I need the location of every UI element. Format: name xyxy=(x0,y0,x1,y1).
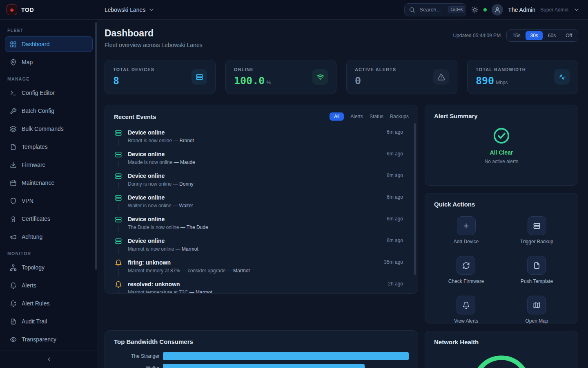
sidebar-item-topology[interactable]: Topology xyxy=(5,260,93,275)
sidebar-nav: FLEETDashboardMapMANAGEConfig EditorBatc… xyxy=(0,20,98,350)
sidebar-item-label: Map xyxy=(22,59,33,65)
event-detail-text: Brandt is now online xyxy=(128,138,172,144)
quick-action-label: View Alerts xyxy=(454,318,478,324)
download-icon xyxy=(10,162,17,168)
sidebar-item-label: Bulk Commands xyxy=(22,126,64,132)
refresh-option-30s[interactable]: 30s xyxy=(526,31,542,40)
event-icon-wrap xyxy=(115,238,122,252)
event-detail-text: Donny is now online xyxy=(128,181,172,187)
chevron-down-icon xyxy=(148,7,155,13)
quick-action-push-template[interactable]: Push Template xyxy=(521,256,553,284)
sidebar-item-config-editor[interactable]: Config Editor xyxy=(5,85,93,101)
quick-action-check-firmware[interactable]: Check Firmware xyxy=(448,256,484,284)
event-icon-wrap xyxy=(115,173,122,187)
event-row: firing: unknownMarmot memory at 87% — co… xyxy=(114,257,409,279)
nav-section-label: MANAGE xyxy=(7,76,90,81)
search-input[interactable] xyxy=(419,6,445,13)
sidebar-item-batch-config[interactable]: Batch Config xyxy=(5,103,93,119)
quick-action-view-alerts[interactable]: View Alerts xyxy=(454,296,478,324)
refresh-option-off[interactable]: Off xyxy=(561,31,577,40)
event-device: — Marmot xyxy=(188,289,212,294)
search-shortcut: Cmd+K xyxy=(448,6,465,13)
bell-button[interactable] xyxy=(457,296,475,314)
sidebar-item-bulk-commands[interactable]: Bulk Commands xyxy=(5,121,93,137)
event-filter-all[interactable]: All xyxy=(330,112,344,121)
sidebar-item-dashboard[interactable]: Dashboard xyxy=(5,36,93,52)
sidebar-item-label: Maintenance xyxy=(22,180,54,186)
bandwidth-panel: Top Bandwidth Consumers The StrangerWalt… xyxy=(105,330,418,368)
server-button[interactable] xyxy=(528,216,546,235)
sidebar-item-alerts[interactable]: Alerts xyxy=(5,278,93,293)
event-title: Device online xyxy=(128,238,381,244)
quick-action-label: Open Map xyxy=(525,318,548,324)
sidebar-item-alert-rules[interactable]: Alert Rules xyxy=(5,296,93,311)
quick-action-add-device[interactable]: Add Device xyxy=(454,216,479,245)
refresh-option-15s[interactable]: 15s xyxy=(508,31,525,40)
stat-card-text: ACTIVE ALERTS0 xyxy=(355,67,396,87)
sidebar-item-certificates[interactable]: Certificates xyxy=(5,211,93,227)
event-row: Device onlineDonny is now online — Donny… xyxy=(114,171,409,192)
search-icon xyxy=(409,7,415,13)
sidebar-item-transparency[interactable]: Transparency xyxy=(5,332,93,347)
sidebar-item-label: Achtung xyxy=(22,233,42,240)
sidebar-item-label: Audit Trail xyxy=(22,318,47,325)
sidebar-item-templates[interactable]: Templates xyxy=(5,139,93,155)
sidebar-item-firmware[interactable]: Firmware xyxy=(5,157,93,173)
quick-action-label: Check Firmware xyxy=(448,278,484,284)
server-icon xyxy=(533,222,541,230)
refresh-button[interactable] xyxy=(457,256,475,275)
alert-summary-title: Alert Summary xyxy=(434,112,478,119)
event-filter-alerts[interactable]: Alerts xyxy=(350,114,363,119)
stat-card: ONLINE100.0% xyxy=(225,60,336,94)
bell-plus-icon xyxy=(10,300,17,307)
sidebar-item-label: Batch Config xyxy=(22,108,54,114)
event-body: Device onlineWalter is now online — Walt… xyxy=(128,194,381,209)
sidebar-item-achtung[interactable]: Achtung xyxy=(5,229,93,245)
sidebar-item-label: Dashboard xyxy=(22,41,50,47)
stat-value-row: 8 xyxy=(113,75,154,87)
refresh-option-60s[interactable]: 60s xyxy=(543,31,560,40)
activity-icon xyxy=(558,73,566,81)
page-title: Dashboard xyxy=(105,28,203,39)
stat-value: 890 xyxy=(476,75,494,87)
event-detail: Donny is now online — Donny xyxy=(128,181,381,187)
event-time: 6m ago xyxy=(387,194,403,209)
event-body: firing: unknownMarmot memory at 87% — co… xyxy=(128,259,378,274)
event-device: — Maude xyxy=(172,159,195,165)
refresh-interval-group: 15s30s60sOff xyxy=(506,29,578,42)
wifi-icon xyxy=(316,73,324,81)
stat-label: ONLINE xyxy=(234,67,271,72)
map-button[interactable] xyxy=(527,296,546,314)
event-filter-status[interactable]: Status xyxy=(370,114,383,119)
network-health-panel: Network Health 100 xyxy=(425,331,578,368)
quick-action-trigger-backup[interactable]: Trigger Backup xyxy=(520,216,553,245)
sidebar-item-map[interactable]: Map xyxy=(5,54,93,70)
event-title: Device online xyxy=(128,216,381,222)
file-button[interactable] xyxy=(527,256,546,275)
org-switcher[interactable]: Lebowski Lanes xyxy=(105,7,155,13)
quick-action-open-map[interactable]: Open Map xyxy=(525,296,548,324)
sidebar-item-audit-trail[interactable]: Audit Trail xyxy=(5,314,93,329)
sidebar-item-label: Templates xyxy=(22,144,48,150)
sidebar-item-maintenance[interactable]: Maintenance xyxy=(5,175,93,191)
event-device: — Brandt xyxy=(172,138,194,144)
event-filter-backups[interactable]: Backups xyxy=(390,114,409,119)
topbar-right: Cmd+K The Admin Super Admin xyxy=(404,3,588,16)
sidebar-scrollbar[interactable] xyxy=(95,22,97,270)
plus-button[interactable] xyxy=(457,216,476,235)
sidebar-item-vpn[interactable]: VPN xyxy=(5,193,93,209)
bandwidth-bar xyxy=(163,352,409,360)
user-menu-chevron-icon[interactable] xyxy=(573,7,580,13)
theme-toggle-sun-icon[interactable] xyxy=(471,6,479,13)
event-time: 6m ago xyxy=(387,216,403,230)
stat-unit: % xyxy=(266,80,271,85)
avatar[interactable] xyxy=(492,4,503,16)
user-name: The Admin xyxy=(508,7,535,13)
file-icon xyxy=(10,144,17,150)
search-box[interactable]: Cmd+K xyxy=(404,3,466,16)
sidebar-collapse-button[interactable] xyxy=(0,350,98,368)
event-time: 6m ago xyxy=(387,129,403,144)
event-time: 6m ago xyxy=(387,151,403,165)
stat-card-text: ONLINE100.0% xyxy=(234,67,271,87)
events-scrollbar[interactable] xyxy=(414,123,416,275)
